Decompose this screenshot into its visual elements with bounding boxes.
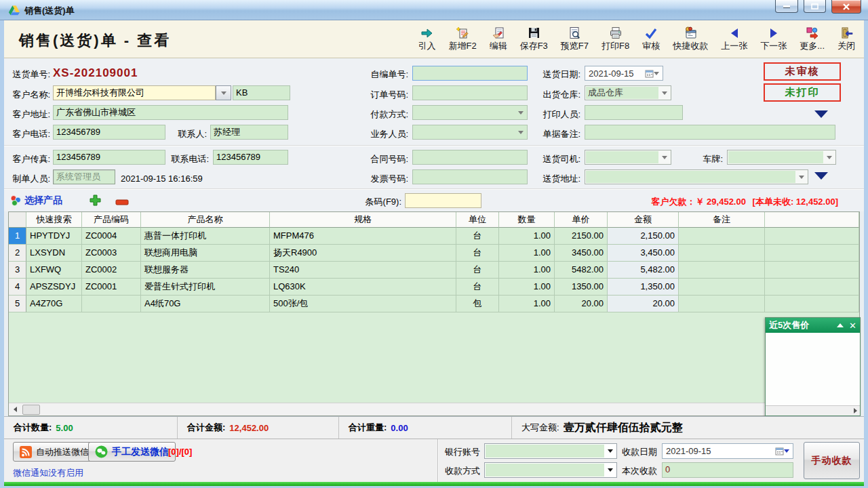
panel-close-icon[interactable]: ✕	[849, 321, 856, 330]
scroll-left-button[interactable]	[9, 405, 21, 415]
cell-spec[interactable]: 500张/包	[270, 296, 456, 312]
cell-amount[interactable]: 1,350.00	[608, 279, 679, 296]
expand-more-icon[interactable]	[814, 110, 828, 118]
salesman-combo[interactable]	[412, 125, 528, 140]
cell-amount[interactable]: 3,450.00	[608, 245, 679, 262]
invoice-no-field[interactable]	[412, 169, 528, 184]
delivery-address-combo[interactable]	[585, 169, 808, 184]
cell-price[interactable]: 2150.00	[555, 228, 608, 245]
new-button[interactable]: 新增F2	[445, 25, 479, 54]
close-button[interactable]	[831, 0, 861, 14]
plate-combo[interactable]	[727, 150, 836, 165]
delivery-date-picker[interactable]: 2021-09-15	[585, 66, 663, 81]
cell-unit[interactable]: 台	[456, 279, 499, 296]
order-no-field[interactable]	[412, 85, 528, 100]
more-button[interactable]: 更多...	[796, 25, 828, 54]
cell-product-name[interactable]: 联想商用电脑	[141, 245, 270, 262]
next-button[interactable]: 下一张	[757, 26, 790, 54]
cell-spec[interactable]: LQ630K	[270, 279, 456, 296]
warehouse-combo[interactable]: 成品仓库	[585, 85, 671, 100]
cell-product-name[interactable]: 爱普生针式打印机	[141, 279, 270, 296]
scrollbar-thumb[interactable]	[22, 405, 40, 415]
select-product-link[interactable]: 选择产品	[24, 195, 62, 207]
customer-phone-field[interactable]: 123456789	[53, 125, 165, 140]
add-row-button[interactable]	[89, 194, 102, 209]
barcode-field[interactable]	[405, 193, 481, 208]
import-button[interactable]: 引入	[414, 26, 439, 54]
cell-remark[interactable]	[679, 262, 765, 279]
cell-qty[interactable]: 1.00	[499, 262, 555, 279]
row-number-cell[interactable]: 5	[9, 296, 26, 312]
row-number-cell[interactable]: 2	[9, 245, 26, 262]
cell-price[interactable]: 20.00	[555, 296, 608, 312]
cell-qty[interactable]: 1.00	[499, 228, 555, 245]
cell-unit[interactable]: 台	[456, 262, 499, 279]
minimize-button[interactable]	[775, 0, 798, 13]
cell-qty[interactable]: 1.00	[499, 296, 555, 312]
cell-amount[interactable]: 20.00	[608, 296, 679, 312]
quick-payment-button[interactable]: 快捷收款	[669, 25, 711, 54]
contract-no-field[interactable]	[412, 150, 528, 165]
auto-wechat-button[interactable]: 自动推送微信	[13, 442, 96, 462]
cell-remark[interactable]	[679, 245, 765, 262]
cell-remark[interactable]	[679, 296, 765, 312]
cell-price[interactable]: 5482.00	[555, 262, 608, 279]
cell-unit[interactable]: 台	[456, 245, 499, 262]
manual-wechat-button[interactable]: 手工发送微信	[88, 442, 176, 462]
manual-receive-button[interactable]: 手动收款	[804, 442, 860, 479]
cell-quick-search[interactable]: APSZSDYJ	[26, 279, 82, 296]
cell-spec[interactable]: TS240	[270, 262, 456, 279]
row-number-cell[interactable]: 1	[9, 228, 26, 245]
receive-method-combo[interactable]	[484, 462, 617, 478]
cell-product-name[interactable]: 惠普一体打印机	[141, 228, 270, 245]
receive-date-picker[interactable]: 2021-09-15	[662, 443, 793, 459]
previous-button[interactable]: 上一张	[717, 26, 751, 54]
edit-button[interactable]: 编辑	[486, 25, 511, 54]
cell-quick-search[interactable]: A4Z70G	[26, 296, 82, 312]
payment-method-combo[interactable]	[412, 105, 528, 120]
maximize-button[interactable]	[804, 0, 826, 13]
cell-product-name[interactable]: 联想服务器	[141, 262, 270, 279]
cell-price[interactable]: 1350.00	[555, 279, 608, 296]
cell-product-code[interactable]	[82, 296, 141, 312]
customer-name-dropdown-button[interactable]	[216, 85, 231, 100]
bank-account-combo[interactable]	[484, 443, 617, 459]
cell-quick-search[interactable]: LXFWQ	[26, 262, 82, 279]
customer-name-field[interactable]: 开博维尔科技有限公司	[53, 85, 216, 100]
close-form-button[interactable]: 关闭	[834, 25, 859, 54]
cell-product-name[interactable]: A4纸70G	[141, 296, 270, 312]
driver-combo[interactable]	[585, 150, 671, 165]
cell-product-code[interactable]: ZC0003	[82, 245, 141, 262]
contact-phone-field[interactable]: 123456789	[213, 150, 288, 165]
cell-remark[interactable]	[679, 279, 765, 296]
received-amount-field[interactable]: 0	[662, 462, 793, 478]
cell-amount[interactable]: 2,150.00	[608, 228, 679, 245]
cell-quick-search[interactable]: LXSYDN	[26, 245, 82, 262]
cell-price[interactable]: 3450.00	[555, 245, 608, 262]
cell-product-code[interactable]: ZC0001	[82, 279, 141, 296]
custom-no-field[interactable]	[412, 66, 528, 81]
cell-qty[interactable]: 1.00	[499, 279, 555, 296]
remove-row-button[interactable]	[115, 197, 129, 207]
cell-spec[interactable]: MFPM476	[270, 228, 456, 245]
doc-remark-field[interactable]	[585, 125, 835, 140]
row-number-cell[interactable]: 3	[9, 262, 26, 279]
audit-button[interactable]: 审核	[639, 26, 663, 54]
recent-price-panel-scrollbar[interactable]	[766, 405, 860, 415]
cell-amount[interactable]: 5,482.00	[608, 262, 679, 279]
cell-product-code[interactable]: ZC0004	[82, 228, 141, 245]
cell-qty[interactable]: 1.00	[499, 245, 555, 262]
cell-unit[interactable]: 包	[456, 296, 499, 312]
title-bar[interactable]: 销售(送货)单	[0, 0, 868, 20]
print-person-field[interactable]	[585, 105, 683, 120]
cell-spec[interactable]: 扬天R4900	[270, 245, 456, 262]
customer-fax-field[interactable]: 123456789	[53, 150, 165, 165]
preview-button[interactable]: 预览F7	[557, 25, 592, 54]
cell-product-code[interactable]: ZC0002	[82, 262, 141, 279]
print-button[interactable]: 打印F8	[598, 25, 633, 54]
horizontal-scrollbar[interactable]	[9, 403, 859, 415]
customer-address-field[interactable]: 广东省佛山市禅城区	[53, 105, 288, 120]
cell-remark[interactable]	[679, 228, 765, 245]
collapse-icon[interactable]	[837, 323, 844, 327]
contact-field[interactable]: 苏经理	[210, 125, 288, 140]
